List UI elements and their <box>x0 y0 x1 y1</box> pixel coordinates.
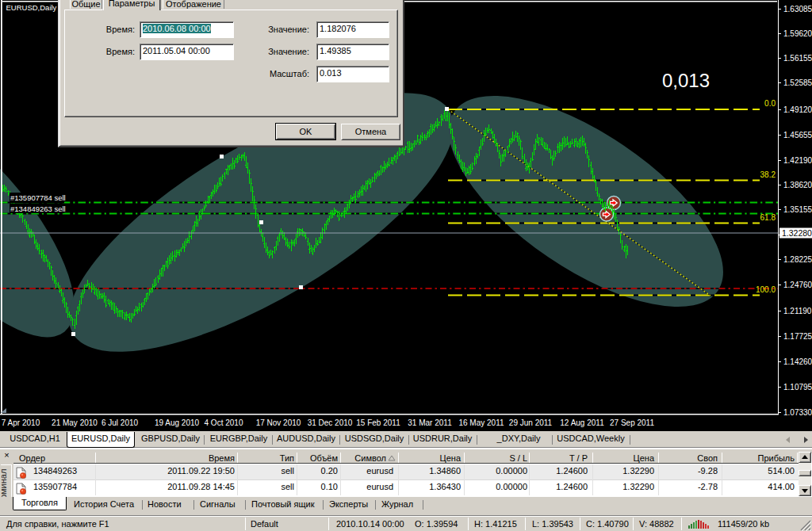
svg-text:17 Nov 2010: 17 Nov 2010 <box>256 418 301 427</box>
svg-text:100.0: 100.0 <box>756 285 776 294</box>
svg-text:#134849263 sell: #134849263 sell <box>10 204 66 213</box>
svg-text:1.45655: 1.45655 <box>783 131 812 139</box>
svg-text:1.14260: 1.14260 <box>783 357 812 366</box>
svg-text:29 Jun 2011: 29 Jun 2011 <box>509 418 553 427</box>
svg-text:16 May 2011: 16 May 2011 <box>458 418 504 427</box>
svg-text:1.10795: 1.10795 <box>783 383 812 392</box>
svg-text:1.63085: 1.63085 <box>783 5 812 13</box>
svg-text:27 Sep 2011: 27 Sep 2011 <box>610 418 654 427</box>
svg-text:EURUSD,Daily: EURUSD,Daily <box>6 3 57 12</box>
svg-text:#135907784 sell: #135907784 sell <box>10 193 66 202</box>
svg-text:31 Dec 2010: 31 Dec 2010 <box>308 418 353 427</box>
svg-text:0,013: 0,013 <box>662 70 710 91</box>
svg-text:19 Aug 2010: 19 Aug 2010 <box>155 418 200 427</box>
svg-text:1.28225: 1.28225 <box>783 255 812 264</box>
svg-text:1.49120: 1.49120 <box>783 105 812 114</box>
svg-text:1.38620: 1.38620 <box>783 181 812 189</box>
svg-text:61.8: 61.8 <box>760 213 776 222</box>
svg-text:1.07330: 1.07330 <box>783 408 812 417</box>
svg-text:1.21190: 1.21190 <box>783 307 812 315</box>
svg-text:1.17725: 1.17725 <box>783 332 812 341</box>
svg-text:15 Feb 2011: 15 Feb 2011 <box>356 418 400 427</box>
svg-text:38.2: 38.2 <box>760 170 776 179</box>
svg-text:7 Apr 2010: 7 Apr 2010 <box>2 418 40 427</box>
svg-text:1.52585: 1.52585 <box>783 78 812 87</box>
svg-text:1.42190: 1.42190 <box>783 156 812 165</box>
svg-text:1.24760: 1.24760 <box>783 281 812 289</box>
svg-text:1.56155: 1.56155 <box>783 54 812 63</box>
svg-text:1.32280: 1.32280 <box>782 228 812 238</box>
svg-text:1.35155: 1.35155 <box>783 205 812 214</box>
svg-text:21 May 2010: 21 May 2010 <box>52 418 98 427</box>
svg-text:31 Mar 2011: 31 Mar 2011 <box>408 418 452 427</box>
svg-text:0.0: 0.0 <box>764 99 776 108</box>
svg-text:4 Oct 2010: 4 Oct 2010 <box>205 418 243 427</box>
svg-text:1.59620: 1.59620 <box>783 29 812 38</box>
svg-text:6 Jul 2010: 6 Jul 2010 <box>102 418 139 427</box>
svg-text:12 Aug 2011: 12 Aug 2011 <box>560 418 604 427</box>
